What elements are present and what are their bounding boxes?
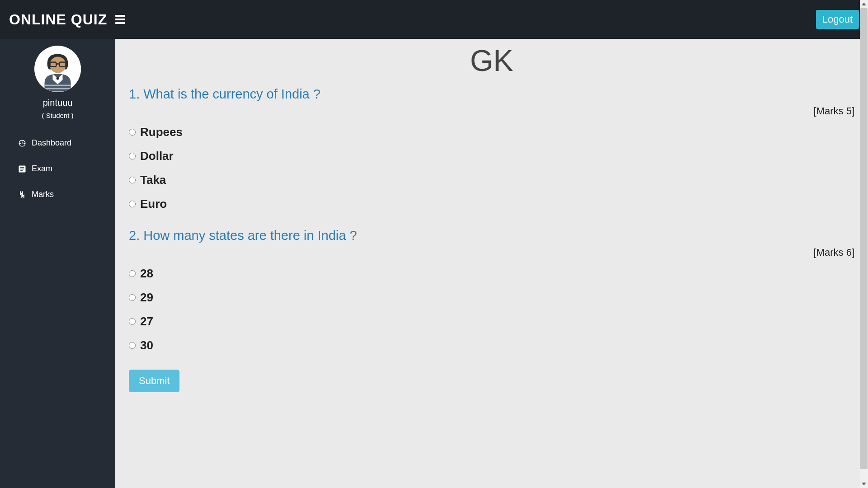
option-row[interactable]: 28 [129, 267, 854, 281]
option-label: 27 [140, 314, 153, 328]
sidebar-item-marks[interactable]: Marks [0, 182, 115, 207]
sidebar-item-dashboard[interactable]: Dashboard [0, 130, 115, 156]
question-marks: [Marks 5] [129, 105, 854, 117]
sidebar-item-label: Exam [32, 164, 52, 174]
question-block-2: 2. How many states are there in India ? … [129, 228, 854, 352]
option-radio[interactable] [129, 129, 136, 136]
options-group: 28 29 27 30 [129, 267, 854, 352]
svg-point-5 [56, 77, 59, 80]
sidebar-nav: Dashboard Exam Marks [0, 130, 115, 207]
option-radio[interactable] [129, 201, 136, 207]
header: ONLINE QUIZ Logout [0, 0, 868, 39]
sidebar-item-label: Marks [32, 190, 54, 199]
question-marks: [Marks 6] [129, 247, 854, 258]
option-row[interactable]: Dollar [129, 149, 854, 163]
option-row[interactable]: 30 [129, 338, 854, 352]
profile-section: pintuuu ( Student ) [0, 39, 115, 119]
marks-icon [18, 191, 26, 199]
option-radio[interactable] [129, 294, 136, 301]
option-row[interactable]: 29 [129, 291, 854, 305]
quiz-title: GK [129, 43, 854, 78]
option-radio[interactable] [129, 342, 136, 349]
logout-button[interactable]: Logout [816, 10, 859, 29]
role-label: ( Student ) [42, 112, 73, 119]
scrollbar-track[interactable] [860, 0, 868, 488]
option-radio[interactable] [129, 177, 136, 183]
option-radio[interactable] [129, 153, 136, 160]
options-group: Rupees Dollar Taka Euro [129, 125, 854, 211]
submit-button[interactable]: Submit [129, 370, 179, 392]
option-row[interactable]: 27 [129, 314, 854, 328]
option-label: Taka [140, 173, 166, 187]
sidebar-item-exam[interactable]: Exam [0, 156, 115, 182]
scroll-down-button[interactable] [860, 480, 868, 488]
svg-point-1 [50, 56, 66, 73]
option-label: Euro [140, 197, 167, 211]
chevron-up-icon [862, 3, 866, 5]
option-row[interactable]: Rupees [129, 125, 854, 139]
question-block-1: 1. What is the currency of India ? [Mark… [129, 87, 854, 211]
sidebar-item-label: Dashboard [32, 138, 71, 148]
option-radio[interactable] [129, 270, 136, 277]
main-content: GK 1. What is the currency of India ? [M… [115, 39, 868, 488]
option-label: Dollar [140, 149, 174, 163]
option-row[interactable]: Taka [129, 173, 854, 187]
svg-rect-8 [44, 91, 71, 92]
app-logo: ONLINE QUIZ [9, 11, 107, 28]
option-row[interactable]: Euro [129, 197, 854, 211]
option-label: Rupees [140, 125, 183, 139]
option-label: 28 [140, 267, 153, 281]
option-label: 30 [140, 338, 153, 352]
hamburger-icon[interactable] [115, 15, 125, 24]
dashboard-icon [18, 139, 26, 147]
scroll-thumb[interactable] [860, 8, 868, 469]
option-radio[interactable] [129, 318, 136, 325]
sidebar: pintuuu ( Student ) Dashboard Exam Marks [0, 39, 115, 488]
avatar [34, 46, 81, 92]
svg-rect-6 [44, 84, 71, 86]
option-label: 29 [140, 291, 153, 305]
chevron-down-icon [862, 483, 866, 485]
question-text: 2. How many states are there in India ? [129, 228, 854, 243]
exam-icon [18, 165, 26, 173]
question-text: 1. What is the currency of India ? [129, 87, 854, 102]
username-label: pintuuu [43, 98, 73, 108]
svg-rect-7 [44, 88, 71, 89]
scroll-up-button[interactable] [860, 0, 868, 8]
